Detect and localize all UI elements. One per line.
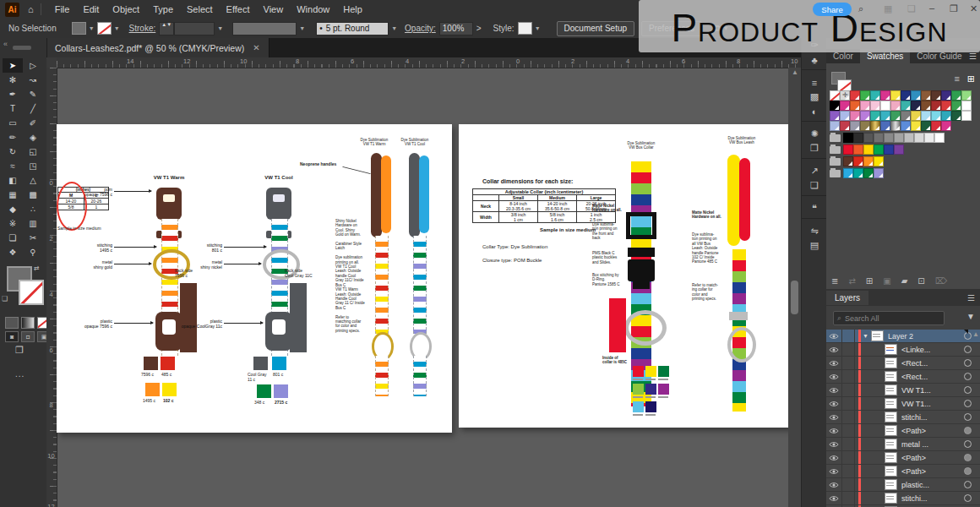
swatch[interactable] [850, 90, 860, 101]
gradient-button[interactable] [21, 317, 35, 329]
swatch[interactable] [863, 156, 874, 166]
swatch[interactable] [830, 121, 840, 131]
swatch[interactable] [951, 111, 961, 121]
swatch[interactable] [884, 133, 894, 143]
dock-panel-icon[interactable]: ❝ [802, 201, 827, 215]
swatch[interactable] [894, 144, 904, 155]
tool-button[interactable]: ◳ [23, 159, 43, 173]
edit-column[interactable] [842, 438, 855, 450]
dock-panel-icon[interactable]: ⇋ [802, 224, 827, 238]
opacity-more[interactable]: > [476, 24, 482, 33]
layer-row[interactable]: ▼ Layer 2 [826, 330, 980, 343]
swatch[interactable] [884, 144, 894, 155]
canvas[interactable]: 14 12 10 8 6 4 2 0 2 4 6 8 10 0 2 [46, 57, 801, 507]
dock-panel-icon[interactable]: ✺ [802, 127, 827, 141]
swatch[interactable] [921, 111, 931, 121]
swatch[interactable] [880, 121, 890, 131]
dock-panel-icon[interactable]: ❏ [802, 178, 827, 193]
target-circle[interactable] [964, 494, 972, 502]
layer-name[interactable]: VW T1... [901, 400, 964, 408]
swatch[interactable] [961, 101, 972, 111]
swatch[interactable] [850, 101, 860, 111]
tool-button[interactable]: ≈ [3, 159, 23, 173]
layers-menu-icon[interactable]: ☰ [967, 293, 975, 303]
layers-scroll-up-icon[interactable]: ▲ [972, 330, 979, 338]
opacity-label[interactable]: Opacity: [405, 24, 436, 33]
swatch[interactable] [843, 144, 853, 155]
menu-item[interactable]: Window [290, 4, 336, 14]
layer-thumbnail[interactable] [885, 466, 897, 477]
layer-row[interactable]: ▼ stitchi... [826, 411, 980, 424]
layer-thumbnail[interactable] [885, 425, 897, 436]
swatch[interactable] [890, 101, 901, 111]
brush-definition-dropdown[interactable]: • 5 pt. Round [316, 22, 389, 35]
color-button[interactable] [5, 317, 19, 329]
swatch[interactable] [931, 90, 941, 101]
swatch[interactable] [880, 90, 890, 101]
visibility-eye-icon[interactable] [826, 438, 842, 450]
swatch[interactable] [911, 90, 921, 101]
target-circle[interactable] [964, 359, 972, 367]
target-circle[interactable] [964, 413, 972, 421]
search-icon[interactable]: ⌕ [858, 3, 863, 14]
collapse-tools-icon[interactable]: « [3, 40, 8, 48]
swatch[interactable] [830, 101, 840, 111]
swatch[interactable] [914, 133, 924, 143]
tool-button[interactable]: ✂ [23, 231, 43, 245]
swatch[interactable] [863, 133, 874, 143]
chevron-down-icon[interactable]: ▼ [391, 25, 397, 31]
layer-thumbnail[interactable] [885, 357, 897, 368]
layer-row[interactable]: ▼ VW T1... [826, 397, 980, 411]
close-button[interactable]: ✕ [970, 3, 977, 14]
swatch[interactable] [863, 144, 874, 155]
swatch[interactable] [901, 90, 911, 101]
swatch[interactable] [941, 101, 951, 111]
swatch[interactable] [830, 111, 840, 121]
layer-row[interactable]: ▼ <Rect... [826, 357, 980, 370]
swatches-footer-icon[interactable]: ⊡ [917, 276, 924, 286]
layer-name[interactable]: VW T1... [901, 386, 964, 395]
chevron-down-icon[interactable]: ▼ [299, 25, 305, 31]
menu-item[interactable]: Select [180, 4, 220, 14]
dock-panel-icon[interactable] [802, 121, 827, 127]
tool-button[interactable]: ◧ [3, 173, 23, 188]
layer-name[interactable]: <Linke... [901, 346, 964, 354]
swatches-footer-icon[interactable]: ⌦ [935, 276, 947, 286]
layer-row[interactable]: ▼ <Linke... [826, 343, 980, 357]
layer-thumbnail[interactable] [885, 493, 897, 504]
layer-thumbnail[interactable] [885, 479, 897, 490]
filter-icon[interactable]: ▼ [966, 312, 975, 321]
layer-row[interactable]: ▼ plastic... [826, 478, 980, 492]
swatch[interactable] [860, 101, 870, 111]
tool-button[interactable]: △ [23, 173, 43, 188]
swatch[interactable] [941, 111, 951, 121]
swatch[interactable] [853, 133, 863, 143]
target-circle[interactable] [964, 373, 972, 380]
folder-icon[interactable] [830, 170, 841, 177]
swatches-footer-icon[interactable]: ▰ [901, 276, 908, 286]
swatch[interactable] [904, 133, 914, 143]
swatch[interactable] [853, 144, 863, 155]
dock-panel-icon[interactable]: ◐ [802, 104, 827, 118]
layer-thumbnail[interactable] [885, 384, 897, 395]
swatches-footer-icon[interactable]: ▣ [883, 276, 890, 286]
dock-panel-icon[interactable]: ▩ [802, 90, 827, 104]
swatch[interactable] [880, 101, 890, 111]
edit-column[interactable] [842, 451, 855, 464]
document-tab[interactable]: Collars-Leashes2.pdf* @ 50 % (CMYK/Previ… [46, 38, 270, 57]
workspace-layout-icon[interactable]: ▦ [884, 3, 892, 14]
visibility-eye-icon[interactable] [826, 330, 842, 342]
dock-panel-icon[interactable] [802, 218, 827, 224]
tool-button[interactable]: ※ [3, 216, 23, 231]
swatch[interactable] [921, 90, 931, 101]
swatch[interactable] [931, 111, 941, 121]
menu-item[interactable]: Type [146, 4, 180, 14]
edit-column[interactable] [842, 343, 855, 356]
swatch[interactable] [901, 111, 911, 121]
visibility-eye-icon[interactable] [826, 343, 842, 356]
dock-panel-icon[interactable] [802, 195, 827, 201]
tool-button[interactable]: ▥ [23, 216, 43, 231]
artboard-2[interactable]: Collar dimensions for each size: Adjusta… [459, 124, 790, 428]
swatch[interactable] [853, 168, 863, 178]
tool-button[interactable]: ✏ [3, 130, 23, 144]
